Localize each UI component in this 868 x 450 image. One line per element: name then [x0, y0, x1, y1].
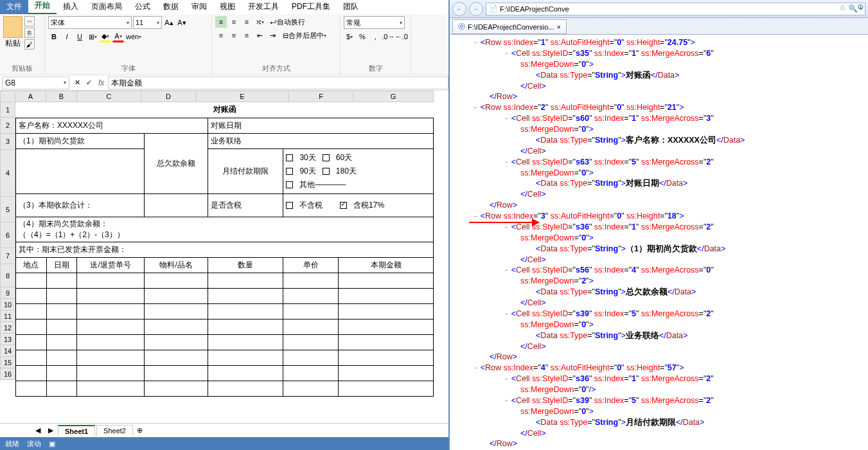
col-D[interactable]: D — [141, 91, 196, 102]
tab-review[interactable]: 审阅 — [185, 0, 213, 14]
row-12[interactable]: 12 — [0, 322, 15, 334]
col-E[interactable]: E — [196, 91, 289, 102]
font-name-combo[interactable]: 宋体▾ — [48, 16, 132, 29]
pay-options[interactable]: 30天60天 90天180天 其他———— — [283, 148, 434, 194]
fill-color-button[interactable]: ◆▾ — [100, 31, 111, 42]
tax-options[interactable]: 不含税 含税17% — [283, 194, 434, 217]
col-B[interactable]: B — [46, 91, 77, 102]
row-8[interactable]: 8 — [0, 264, 15, 287]
tab-file[interactable]: 文件 — [0, 0, 28, 14]
row-9[interactable]: 9 — [0, 287, 15, 299]
row-14[interactable]: 14 — [0, 345, 15, 357]
customer-cell[interactable]: 客户名称：XXXXXX公司 — [16, 118, 208, 133]
comma-icon[interactable]: , — [369, 31, 381, 42]
biz-contact-cell[interactable]: 业务联络 — [208, 133, 434, 148]
col-G[interactable]: G — [353, 91, 434, 102]
col-A[interactable]: A — [15, 91, 46, 102]
fx-icon[interactable]: fx — [94, 78, 108, 87]
wrap-text-button[interactable]: ⮐ 自动换行 — [267, 16, 308, 28]
macro-rec-icon[interactable]: ▣ — [49, 440, 55, 448]
hdr-item[interactable]: 物料/品名 — [144, 257, 208, 273]
fx-cancel-icon[interactable]: ✕ — [71, 77, 83, 89]
row-10[interactable]: 10 — [0, 299, 15, 310]
increase-font-icon[interactable]: A▴ — [163, 17, 175, 28]
format-painter-icon[interactable]: 🖌 — [24, 39, 35, 50]
hdr-date[interactable]: 日期 — [46, 257, 77, 273]
blank-a4[interactable] — [16, 148, 145, 194]
fx-ok-icon[interactable]: ✓ — [83, 77, 94, 89]
xml-content[interactable]: - <Row ss:Index="1" ss:AutoFitHeight="0"… — [450, 35, 868, 450]
row-13[interactable]: 13 — [0, 334, 15, 345]
font-color-button[interactable]: A▾ — [112, 31, 124, 42]
home-icon[interactable]: ⌂ — [840, 3, 845, 12]
sheet-area[interactable]: 对账函 客户名称：XXXXXX公司 对账日期 （1）期初尚欠货款 总欠款余额 业… — [15, 102, 434, 397]
percent-icon[interactable]: % — [357, 31, 368, 42]
row-7[interactable]: 7 — [0, 248, 15, 264]
close-tab-icon[interactable]: × — [557, 23, 561, 31]
browser-tab[interactable]: ⓔ F:\IDEAProject\Conversio... × — [452, 19, 567, 34]
hdr-price[interactable]: 单价 — [283, 257, 339, 273]
tab-layout[interactable]: 页面布局 — [85, 0, 128, 14]
decrease-font-icon[interactable]: A▾ — [176, 17, 188, 28]
italic-button[interactable]: I — [61, 31, 73, 42]
tab-pdf[interactable]: PDF工具集 — [285, 0, 337, 14]
align-mid-icon[interactable]: ≡ — [228, 16, 240, 28]
gear-icon[interactable]: ⚙ — [857, 3, 864, 12]
hdr-slip[interactable]: 送/退货单号 — [77, 257, 144, 273]
select-all-corner[interactable] — [0, 91, 15, 102]
row-4[interactable]: 4 — [0, 150, 15, 197]
sheet-tab-1[interactable]: Sheet1 — [58, 425, 95, 437]
tab-dev[interactable]: 开发工具 — [242, 0, 285, 14]
recon-date-cell[interactable]: 对账日期 — [208, 118, 434, 133]
paste-button[interactable]: 粘贴 — [3, 16, 22, 49]
tab-team[interactable]: 团队 — [337, 0, 365, 14]
align-top-icon[interactable]: ≡ — [215, 16, 227, 28]
tab-insert[interactable]: 插入 — [57, 0, 85, 14]
number-format-combo[interactable]: 常规▾ — [344, 16, 405, 29]
bold-button[interactable]: B — [48, 31, 60, 42]
formula-input[interactable]: 本期金额 — [108, 76, 448, 89]
tab-formula[interactable]: 公式 — [128, 0, 157, 14]
sheet-nav-prev-icon[interactable]: ◀ — [32, 425, 44, 437]
align-bot-icon[interactable]: ≡ — [241, 16, 252, 28]
copy-icon[interactable]: ⎘ — [24, 28, 35, 38]
r5-cell[interactable]: 其中：期末已发货未开票金额： — [16, 242, 434, 257]
dec-indent-icon[interactable]: ⇤ — [254, 30, 265, 41]
row-5[interactable]: 5 — [0, 197, 15, 222]
row-3[interactable]: 3 — [0, 134, 15, 150]
row-1[interactable]: 1 — [0, 102, 15, 118]
col-F[interactable]: F — [289, 91, 353, 102]
align-right-icon[interactable]: ≡ — [241, 30, 252, 41]
back-button[interactable]: ← — [452, 2, 466, 16]
inc-decimal-icon[interactable]: .0→ — [382, 31, 394, 42]
font-size-combo[interactable]: 11▾ — [133, 16, 162, 29]
align-left-icon[interactable]: ≡ — [215, 30, 227, 41]
row-2[interactable]: 2 — [0, 118, 15, 134]
dec-decimal-icon[interactable]: ←.0 — [396, 31, 408, 42]
address-bar[interactable]: 📄 F:\IDEAProject\Conve 🔍 ▾ — [486, 3, 865, 15]
phonetic-button[interactable]: wén▾ — [125, 31, 142, 42]
align-center-icon[interactable]: ≡ — [228, 30, 240, 41]
cut-icon[interactable]: ✂ — [24, 16, 35, 26]
row-6[interactable]: 6 — [0, 222, 15, 248]
add-sheet-icon[interactable]: ⊕ — [134, 425, 146, 437]
r3-cell[interactable]: （3）本期收款合计： — [16, 194, 145, 217]
row-16[interactable]: 16 — [0, 368, 15, 380]
forward-button[interactable]: → — [469, 2, 483, 16]
underline-button[interactable]: U — [74, 31, 85, 42]
sheet-tab-2[interactable]: Sheet2 — [96, 425, 133, 436]
hdr-amount[interactable]: 本期金额 — [339, 257, 434, 273]
tab-data[interactable]: 数据 — [157, 0, 185, 14]
balance-cell[interactable]: 总欠款余额 — [144, 133, 208, 194]
sheet-nav-next-icon[interactable]: ▶ — [45, 425, 57, 437]
r4-cell[interactable]: （4）期末尚欠货款余额：（（4）=（1）+（2）-（3）） — [16, 217, 434, 242]
row-15[interactable]: 15 — [0, 357, 15, 368]
merge-button[interactable]: ⊟ 合并后居中▾ — [279, 30, 330, 41]
tab-home[interactable]: 开始 — [28, 0, 57, 14]
currency-icon[interactable]: $▾ — [344, 31, 355, 42]
pay-term-cell[interactable]: 月结付款期限 — [208, 148, 283, 194]
hdr-qty[interactable]: 数量 — [208, 257, 283, 273]
tab-view[interactable]: 视图 — [213, 0, 242, 14]
star-icon[interactable]: ☆ — [847, 3, 855, 12]
hdr-loc[interactable]: 地点 — [16, 257, 47, 273]
